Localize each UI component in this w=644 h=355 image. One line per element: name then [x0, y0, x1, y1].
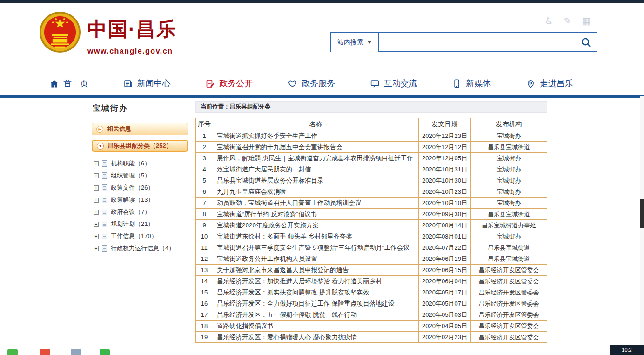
tree-item-3[interactable]: +政策文件（26） [94, 182, 188, 194]
article-title-link[interactable]: 昌乐经济开发区：五一假期不停歇 脱贫一线在行动 [213, 309, 419, 321]
taskbar-app-4-icon[interactable] [100, 349, 110, 355]
publish-date: 2020年08月01日 [419, 231, 471, 242]
publish-date: 2020年12月05日 [419, 153, 471, 164]
tree-item-6[interactable]: +规划计划（21） [94, 218, 188, 230]
tree-item-8[interactable]: +行政权力运行信息（4） [94, 242, 188, 254]
article-title-link[interactable]: 宝城街道2020年度政务公开实施方案 [213, 220, 419, 231]
tree-item-2[interactable]: +组织管理（5） [94, 170, 188, 182]
row-number: 4 [196, 164, 213, 175]
publish-org: 昌乐经济开发区管委会 [471, 276, 547, 287]
nav-item-2[interactable]: 新闻中心 [123, 78, 171, 89]
tree-item-4[interactable]: +政策解读（13） [94, 194, 188, 206]
publish-org: 昌乐县宝城街道 [471, 142, 547, 153]
article-title-link[interactable]: 宝城街道召开党的十九届五中全会宣讲报告会 [213, 142, 419, 153]
tree-item-5[interactable]: +政府会议（7） [94, 206, 188, 218]
taskbar-app-2-icon[interactable] [40, 349, 50, 355]
article-title-link[interactable]: 宝城街道召开第三季度安全生产暨专项整治“三年行动启动月”工作会议 [213, 242, 419, 253]
expand-plus-icon[interactable]: + [94, 198, 99, 203]
article-title-link[interactable]: 昌乐经济开发区：抓实扶贫问题整改 提升脱贫攻坚实效 [213, 287, 419, 298]
sidebar-category-button[interactable]: ▼ 昌乐县组配分类（252） [92, 140, 188, 152]
nav-item-1[interactable]: 首 页 [49, 78, 88, 89]
contact-card-icon[interactable]: ▦ [581, 15, 592, 27]
table-body: 1宝城街道抓实抓好冬季安全生产工作2020年12月23日宝城街办2宝城街道召开党… [196, 130, 547, 343]
search-button[interactable] [580, 36, 592, 48]
table-row: 9宝城街道2020年度政务公开实施方案2020年08月14日昌乐宝城街道办事处 [196, 220, 547, 231]
nav-item-5[interactable]: 互动交流 [370, 78, 417, 89]
nav-item-label: 政务公开 [219, 78, 253, 89]
edit-form-icon[interactable]: ✎ [562, 15, 573, 27]
table-row: 14昌乐经济开发区：加快推进人居环境整治 着力打造美丽乡村2020年06月04日… [196, 276, 547, 287]
nav-item-6[interactable]: 新媒体 [452, 78, 491, 89]
article-title-link[interactable]: 宝城街道政务公开工作机构人员设置 [213, 253, 419, 265]
article-title-link[interactable]: 昌乐经济开发区：爱心捐赠暖人心 凝心聚力抗疫情 [213, 332, 419, 343]
main-nav: 首 页新闻中心政务公开政务服务互动交流新媒体走进昌乐 [0, 72, 644, 95]
row-number: 9 [196, 220, 213, 231]
expand-plus-icon[interactable]: + [94, 234, 99, 239]
publish-org: 宝城街办 [471, 130, 547, 142]
nav-item-3[interactable]: 政务公开 [205, 78, 253, 89]
expand-plus-icon[interactable]: + [94, 222, 99, 227]
tree-item-label: 政策文件（26） [111, 184, 154, 192]
expand-plus-icon[interactable]: + [94, 161, 99, 166]
row-number: 11 [196, 242, 213, 253]
sidebar-related-button[interactable]: ▶ 相关信息 [92, 123, 188, 135]
tree-item-7[interactable]: +工作信息（170） [94, 230, 188, 242]
article-title-link[interactable]: 道路硬化捐资倡议书 [213, 321, 419, 332]
article-title-link[interactable]: 动员鼓劲，宝城街道召开人口普查工作动员培训会议 [213, 198, 419, 209]
search-input[interactable] [379, 33, 597, 51]
row-number: 14 [196, 276, 213, 287]
scrollbar-thumb[interactable] [640, 199, 644, 228]
publish-date: 2020年12月12日 [419, 142, 471, 153]
nav-item-4[interactable]: 政务服务 [288, 78, 335, 89]
search-input-wrap [379, 32, 597, 52]
document-icon [102, 221, 107, 227]
location-icon [526, 79, 536, 89]
taskbar-app-3-icon[interactable] [71, 349, 81, 355]
search-scope-dropdown[interactable]: 站内搜索 [330, 32, 379, 52]
site-url: www.changle.gov.cn [87, 47, 177, 55]
expand-plus-icon[interactable]: + [94, 173, 99, 178]
article-title-link[interactable]: 宝城街道“厉行节约 反对浪费”倡议书 [213, 209, 419, 220]
publish-date: 2020年02月23日 [419, 332, 471, 343]
publish-date: 2020年04月05日 [419, 321, 471, 332]
article-title-link[interactable]: 昌乐经济开发区：全力做好项目征迁工作 保障重点项目落地建设 [213, 298, 419, 309]
publish-org: 昌乐县宝城街道 [471, 242, 547, 253]
tree-item-label: 组织管理（5） [111, 171, 150, 180]
tree-item-label: 规划计划（21） [111, 220, 154, 228]
expand-plus-icon[interactable]: + [94, 210, 99, 215]
row-number: 1 [196, 130, 213, 142]
article-title-link[interactable]: 昌乐经济开发区：加快推进人居环境整治 着力打造美丽乡村 [213, 276, 419, 287]
arrow-right-icon: ▶ [96, 126, 103, 133]
publish-date: 2020年10月10日 [419, 198, 471, 209]
publish-date: 2020年10月30日 [419, 175, 471, 186]
site-logo[interactable] [39, 11, 81, 54]
article-title-link[interactable]: 宝城街道东徐村：多面手 领头羊 乡村邻里齐夸奖 [213, 231, 419, 242]
taskbar-app-1-icon[interactable] [7, 349, 18, 355]
breadcrumb: 当前位置：昌乐县组配分类 [195, 101, 547, 113]
nav-item-label: 新闻中心 [137, 78, 171, 89]
row-number: 7 [196, 198, 213, 209]
expand-plus-icon[interactable]: + [94, 246, 99, 251]
expand-plus-icon[interactable]: + [94, 185, 99, 191]
publish-date: 2020年07月22日 [419, 242, 471, 253]
article-title-link[interactable]: 致宝城街道广大居民朋友的一封信 [213, 164, 419, 175]
publish-date: 2020年05月03日 [419, 309, 471, 321]
tree-item-1[interactable]: +机构职能（6） [94, 157, 188, 170]
accessibility-icon[interactable]: ♿ [543, 15, 555, 27]
article-title-link[interactable]: 九月九玉皇庙庙会取消啦 [213, 186, 419, 198]
sidebar: 宝城街办 ▶ 相关信息 ▼ 昌乐县组配分类（252） +机构职能（6）+组织管理… [92, 102, 188, 254]
nav-item-label: 政务服务 [302, 78, 335, 89]
article-title-link[interactable]: 关于加强对北京市来昌返昌人员申报登记的通告 [213, 265, 419, 276]
article-title-link[interactable]: 昌乐县宝城街道基层政务公开标准目录 [213, 175, 419, 186]
nav-item-7[interactable]: 走进昌乐 [526, 78, 573, 89]
nav-item-label: 走进昌乐 [540, 78, 573, 89]
mobile-icon [452, 79, 462, 89]
tree-item-label: 政府会议（7） [111, 208, 150, 216]
site-search: 站内搜索 [330, 32, 597, 52]
article-title-link[interactable]: 宝城街道抓实抓好冬季安全生产工作 [213, 130, 419, 142]
table-row: 18道路硬化捐资倡议书2020年04月05日昌乐经济开发区管委会 [196, 321, 547, 332]
article-title-link[interactable]: 展作风，解难题 惠民生｜宝城街道奋力完成基本农田排涝项目征迁工作 [213, 153, 419, 164]
publish-org: 宝城街办 [471, 153, 547, 164]
site-title: 中国·昌乐 [87, 16, 177, 42]
table-row: 19昌乐经济开发区：爱心捐赠暖人心 凝心聚力抗疫情2020年02月23日昌乐经济… [196, 332, 547, 343]
